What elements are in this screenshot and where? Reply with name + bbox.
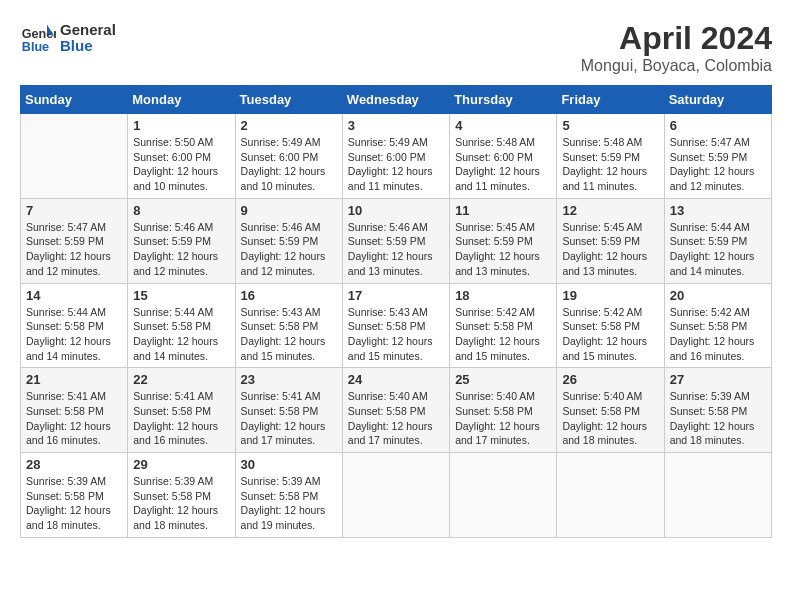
calendar-cell: 2Sunrise: 5:49 AM Sunset: 6:00 PM Daylig… (235, 114, 342, 199)
day-info: Sunrise: 5:40 AM Sunset: 5:58 PM Dayligh… (348, 389, 444, 448)
week-row-2: 14Sunrise: 5:44 AM Sunset: 5:58 PM Dayli… (21, 283, 772, 368)
calendar-cell: 19Sunrise: 5:42 AM Sunset: 5:58 PM Dayli… (557, 283, 664, 368)
calendar-cell: 14Sunrise: 5:44 AM Sunset: 5:58 PM Dayli… (21, 283, 128, 368)
calendar-cell: 29Sunrise: 5:39 AM Sunset: 5:58 PM Dayli… (128, 453, 235, 538)
week-row-1: 7Sunrise: 5:47 AM Sunset: 5:59 PM Daylig… (21, 198, 772, 283)
calendar-cell: 23Sunrise: 5:41 AM Sunset: 5:58 PM Dayli… (235, 368, 342, 453)
day-info: Sunrise: 5:45 AM Sunset: 5:59 PM Dayligh… (562, 220, 658, 279)
day-info: Sunrise: 5:44 AM Sunset: 5:58 PM Dayligh… (133, 305, 229, 364)
calendar-cell: 22Sunrise: 5:41 AM Sunset: 5:58 PM Dayli… (128, 368, 235, 453)
day-number: 30 (241, 457, 337, 472)
day-info: Sunrise: 5:39 AM Sunset: 5:58 PM Dayligh… (241, 474, 337, 533)
day-number: 17 (348, 288, 444, 303)
day-info: Sunrise: 5:42 AM Sunset: 5:58 PM Dayligh… (455, 305, 551, 364)
day-info: Sunrise: 5:41 AM Sunset: 5:58 PM Dayligh… (26, 389, 122, 448)
day-header-row: SundayMondayTuesdayWednesdayThursdayFrid… (21, 86, 772, 114)
day-info: Sunrise: 5:48 AM Sunset: 5:59 PM Dayligh… (562, 135, 658, 194)
day-info: Sunrise: 5:42 AM Sunset: 5:58 PM Dayligh… (562, 305, 658, 364)
day-info: Sunrise: 5:46 AM Sunset: 5:59 PM Dayligh… (133, 220, 229, 279)
day-info: Sunrise: 5:39 AM Sunset: 5:58 PM Dayligh… (133, 474, 229, 533)
day-number: 6 (670, 118, 766, 133)
calendar-cell (450, 453, 557, 538)
day-number: 19 (562, 288, 658, 303)
day-number: 26 (562, 372, 658, 387)
day-header-saturday: Saturday (664, 86, 771, 114)
day-number: 1 (133, 118, 229, 133)
day-number: 8 (133, 203, 229, 218)
calendar-cell: 11Sunrise: 5:45 AM Sunset: 5:59 PM Dayli… (450, 198, 557, 283)
week-row-4: 28Sunrise: 5:39 AM Sunset: 5:58 PM Dayli… (21, 453, 772, 538)
day-number: 20 (670, 288, 766, 303)
day-number: 22 (133, 372, 229, 387)
day-info: Sunrise: 5:41 AM Sunset: 5:58 PM Dayligh… (241, 389, 337, 448)
day-info: Sunrise: 5:39 AM Sunset: 5:58 PM Dayligh… (26, 474, 122, 533)
calendar-cell: 3Sunrise: 5:49 AM Sunset: 6:00 PM Daylig… (342, 114, 449, 199)
calendar-cell: 13Sunrise: 5:44 AM Sunset: 5:59 PM Dayli… (664, 198, 771, 283)
day-info: Sunrise: 5:44 AM Sunset: 5:59 PM Dayligh… (670, 220, 766, 279)
day-number: 29 (133, 457, 229, 472)
calendar-cell: 18Sunrise: 5:42 AM Sunset: 5:58 PM Dayli… (450, 283, 557, 368)
calendar-cell: 6Sunrise: 5:47 AM Sunset: 5:59 PM Daylig… (664, 114, 771, 199)
calendar-subtitle: Mongui, Boyaca, Colombia (581, 57, 772, 75)
day-header-thursday: Thursday (450, 86, 557, 114)
title-area: April 2024 Mongui, Boyaca, Colombia (581, 20, 772, 75)
day-info: Sunrise: 5:39 AM Sunset: 5:58 PM Dayligh… (670, 389, 766, 448)
calendar-cell (664, 453, 771, 538)
calendar-cell: 8Sunrise: 5:46 AM Sunset: 5:59 PM Daylig… (128, 198, 235, 283)
day-header-monday: Monday (128, 86, 235, 114)
day-header-friday: Friday (557, 86, 664, 114)
calendar-cell: 17Sunrise: 5:43 AM Sunset: 5:58 PM Dayli… (342, 283, 449, 368)
day-number: 9 (241, 203, 337, 218)
day-number: 27 (670, 372, 766, 387)
day-number: 4 (455, 118, 551, 133)
day-number: 5 (562, 118, 658, 133)
day-info: Sunrise: 5:43 AM Sunset: 5:58 PM Dayligh… (241, 305, 337, 364)
calendar-cell: 9Sunrise: 5:46 AM Sunset: 5:59 PM Daylig… (235, 198, 342, 283)
day-number: 24 (348, 372, 444, 387)
svg-text:Blue: Blue (22, 40, 49, 54)
day-number: 10 (348, 203, 444, 218)
day-info: Sunrise: 5:46 AM Sunset: 5:59 PM Dayligh… (348, 220, 444, 279)
day-header-wednesday: Wednesday (342, 86, 449, 114)
calendar-cell: 5Sunrise: 5:48 AM Sunset: 5:59 PM Daylig… (557, 114, 664, 199)
logo-icon: General Blue (20, 20, 56, 56)
day-info: Sunrise: 5:40 AM Sunset: 5:58 PM Dayligh… (562, 389, 658, 448)
day-number: 28 (26, 457, 122, 472)
day-number: 13 (670, 203, 766, 218)
day-number: 18 (455, 288, 551, 303)
day-header-sunday: Sunday (21, 86, 128, 114)
calendar-cell: 4Sunrise: 5:48 AM Sunset: 6:00 PM Daylig… (450, 114, 557, 199)
calendar-cell: 24Sunrise: 5:40 AM Sunset: 5:58 PM Dayli… (342, 368, 449, 453)
day-info: Sunrise: 5:43 AM Sunset: 5:58 PM Dayligh… (348, 305, 444, 364)
calendar-cell: 26Sunrise: 5:40 AM Sunset: 5:58 PM Dayli… (557, 368, 664, 453)
logo-line1: General (60, 22, 116, 39)
day-info: Sunrise: 5:48 AM Sunset: 6:00 PM Dayligh… (455, 135, 551, 194)
week-row-3: 21Sunrise: 5:41 AM Sunset: 5:58 PM Dayli… (21, 368, 772, 453)
week-row-0: 1Sunrise: 5:50 AM Sunset: 6:00 PM Daylig… (21, 114, 772, 199)
calendar-cell: 12Sunrise: 5:45 AM Sunset: 5:59 PM Dayli… (557, 198, 664, 283)
day-number: 12 (562, 203, 658, 218)
calendar-cell: 28Sunrise: 5:39 AM Sunset: 5:58 PM Dayli… (21, 453, 128, 538)
calendar-cell: 21Sunrise: 5:41 AM Sunset: 5:58 PM Dayli… (21, 368, 128, 453)
day-info: Sunrise: 5:49 AM Sunset: 6:00 PM Dayligh… (241, 135, 337, 194)
day-info: Sunrise: 5:49 AM Sunset: 6:00 PM Dayligh… (348, 135, 444, 194)
day-info: Sunrise: 5:50 AM Sunset: 6:00 PM Dayligh… (133, 135, 229, 194)
day-info: Sunrise: 5:45 AM Sunset: 5:59 PM Dayligh… (455, 220, 551, 279)
calendar-cell: 27Sunrise: 5:39 AM Sunset: 5:58 PM Dayli… (664, 368, 771, 453)
calendar-cell: 1Sunrise: 5:50 AM Sunset: 6:00 PM Daylig… (128, 114, 235, 199)
logo-line2: Blue (60, 38, 116, 55)
day-number: 21 (26, 372, 122, 387)
day-number: 16 (241, 288, 337, 303)
day-info: Sunrise: 5:44 AM Sunset: 5:58 PM Dayligh… (26, 305, 122, 364)
calendar-cell: 15Sunrise: 5:44 AM Sunset: 5:58 PM Dayli… (128, 283, 235, 368)
day-info: Sunrise: 5:46 AM Sunset: 5:59 PM Dayligh… (241, 220, 337, 279)
day-number: 2 (241, 118, 337, 133)
calendar-title: April 2024 (581, 20, 772, 57)
calendar-cell (342, 453, 449, 538)
day-number: 7 (26, 203, 122, 218)
day-number: 11 (455, 203, 551, 218)
day-info: Sunrise: 5:47 AM Sunset: 5:59 PM Dayligh… (670, 135, 766, 194)
day-number: 14 (26, 288, 122, 303)
day-header-tuesday: Tuesday (235, 86, 342, 114)
day-number: 25 (455, 372, 551, 387)
